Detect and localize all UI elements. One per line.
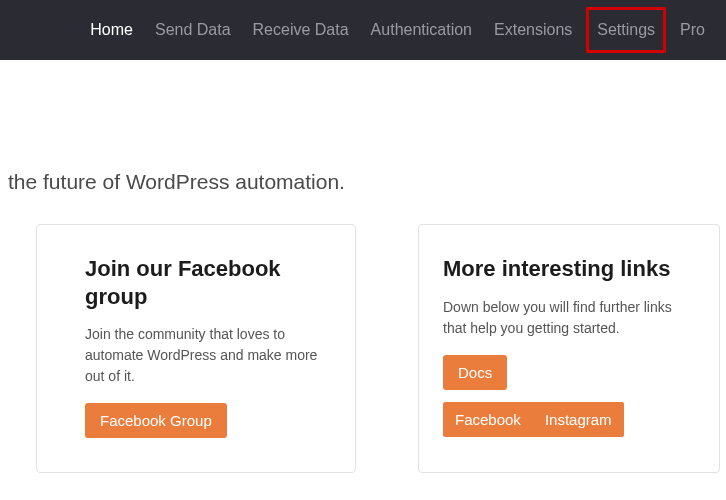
card-text: Down below you will find further links t… — [443, 297, 695, 339]
nav-receive-data[interactable]: Receive Data — [242, 0, 360, 60]
nav-extensions[interactable]: Extensions — [483, 0, 583, 60]
docs-button[interactable]: Docs — [443, 355, 507, 390]
card-title: Join our Facebook group — [85, 255, 323, 310]
nav-send-data[interactable]: Send Data — [144, 0, 242, 60]
card-facebook-group: Join our Facebook group Join the communi… — [36, 224, 356, 473]
nav-authentication[interactable]: Authentication — [360, 0, 483, 60]
links-button-row: Docs Facebook Instagram — [443, 355, 695, 437]
nav-settings[interactable]: Settings — [586, 7, 666, 53]
card-more-links: More interesting links Down below you wi… — [418, 224, 720, 473]
card-text: Join the community that loves to automat… — [85, 324, 323, 387]
page-tagline: the future of WordPress automation. — [0, 60, 726, 194]
nav-home[interactable]: Home — [79, 0, 144, 60]
card-title: More interesting links — [443, 255, 695, 283]
facebook-group-button[interactable]: Facebook Group — [85, 403, 227, 438]
instagram-button[interactable]: Instagram — [533, 402, 624, 437]
top-navbar: Home Send Data Receive Data Authenticati… — [0, 0, 726, 60]
nav-pro[interactable]: Pro — [669, 0, 716, 60]
facebook-button[interactable]: Facebook — [443, 402, 533, 437]
cards-row: Join our Facebook group Join the communi… — [0, 194, 726, 473]
